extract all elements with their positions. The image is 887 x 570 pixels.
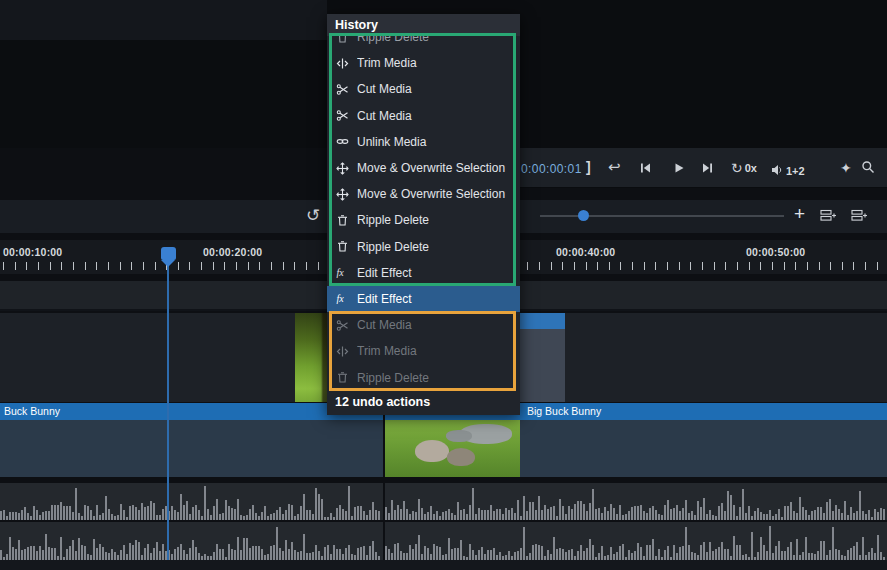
history-item-edit-effect[interactable]: fxEdit Effect [327,260,520,286]
cut-icon [335,83,350,96]
move-icon [335,162,350,175]
skip-forward-icon[interactable] [701,162,714,176]
speaker-icon [771,162,784,180]
history-item-cut-media[interactable]: Cut Media [327,76,520,102]
speed-label: 0x [745,162,757,174]
slider-handle[interactable] [578,210,589,221]
history-item-label: Move & Overwrite Selection [357,161,520,175]
audio-monitor-control[interactable]: 1+2 [771,162,805,180]
history-item-ripple-delete[interactable]: Ripple Delete [327,234,520,260]
sparkle-icon[interactable]: ✦ [840,161,852,175]
audio-clip[interactable] [385,483,887,520]
history-item-move-overwrite-selection[interactable]: Move & Overwrite Selection [327,181,520,207]
rock-shape [446,430,472,442]
cut-icon [335,109,350,122]
loop-icon[interactable]: ↩ [608,159,621,174]
playback-speed-control[interactable]: ↻ 0x [731,160,757,176]
zoom-icon[interactable] [861,160,875,176]
history-item-label: Move & Overwrite Selection [357,187,520,201]
clip-name-bar: Buck Bunny [0,403,383,420]
svg-text:fx: fx [336,293,344,304]
bottom-strip [0,560,887,570]
trash-icon [335,36,350,44]
history-item-label: Ripple Delete [357,371,520,385]
timecode-label: 00:00:20:00 [203,246,262,258]
timecode-label: 00:00:40:00 [556,246,615,258]
transport-left-spacer [0,0,327,40]
history-item-cut-media[interactable]: Cut Media [327,312,520,338]
undo-history-icon[interactable]: ↺ [306,207,320,224]
play-icon[interactable] [673,162,685,176]
slider-track [540,215,784,217]
audio-clip[interactable] [0,483,383,520]
clip-name: Big Buck Bunny [527,403,601,420]
history-item-label: Unlink Media [357,135,520,149]
history-item-move-overwrite-selection[interactable]: Move & Overwrite Selection [327,155,520,181]
timeline-zoom-slider[interactable] [540,205,784,227]
video-editor-app: 0:00:00:01 ] ↩ ↻ 0x 1+2 ✦ ↺ + 00:00:10:0… [0,0,887,570]
trash-icon [335,240,350,253]
timecode-label: 00:00:50:00 [746,246,805,258]
trim-icon [335,345,350,358]
history-item-label: Trim Media [357,56,520,70]
skip-back-icon[interactable] [639,162,652,176]
trim-icon [335,57,350,70]
undo-count-label: 12 undo actions [327,391,520,415]
history-item-unlink-media[interactable]: Unlink Media [327,129,520,155]
svg-text:fx: fx [336,267,344,278]
waveform [385,522,887,560]
history-item-trim-media[interactable]: Trim Media [327,50,520,76]
selected-clip[interactable] [520,313,565,402]
history-item-label: Ripple Delete [357,240,520,254]
history-list: Ripple DeleteTrim MediaCut MediaCut Medi… [327,36,520,391]
move-icon [335,188,350,201]
clip-thumbnail-bunnies [385,420,520,477]
audio-track-2 [0,522,887,560]
audio-channels-label: 1+2 [786,165,805,177]
add-button[interactable]: + [794,204,805,223]
history-item-label: Cut Media [357,109,520,123]
timecode-display[interactable]: 0:00:00:01 [521,162,582,176]
clip-name: Buck Bunny [0,405,60,417]
unlink-icon [335,135,350,148]
history-item-label: Cut Media [357,82,520,96]
bunny-shape [415,440,449,462]
mark-out-button[interactable]: ] [586,160,591,174]
clip-body [385,420,887,477]
playhead-marker[interactable] [161,247,176,260]
history-item-ripple-delete[interactable]: Ripple Delete [327,207,520,233]
add-audio-track-icon[interactable] [851,208,868,225]
history-item-ripple-delete[interactable]: Ripple Delete [327,36,520,50]
history-item-trim-media[interactable]: Trim Media [327,338,520,364]
trash-icon [335,371,350,384]
timecode-label: 00:00:10:00 [3,246,62,258]
trash-icon [335,214,350,227]
history-item-cut-media[interactable]: Cut Media [327,103,520,129]
clip-body [0,420,383,477]
history-item-ripple-delete[interactable]: Ripple Delete [327,364,520,390]
add-video-track-icon[interactable] [820,208,837,225]
audio-clip[interactable] [385,522,887,560]
audio-track-1 [0,483,887,520]
history-item-label: Edit Effect [357,266,520,280]
fx-icon: fx [335,266,350,279]
audio-clip[interactable] [0,522,383,560]
history-item-label: Trim Media [357,344,520,358]
refresh-icon: ↻ [731,160,743,176]
history-panel-title: History [327,14,520,36]
cut-icon [335,319,350,332]
bunny-shape [447,448,475,466]
clip-header [520,313,565,329]
waveform [385,483,887,520]
fx-icon: fx [335,292,350,305]
playhead-line [167,265,169,560]
history-item-label: Cut Media [357,318,520,332]
clip-buck-bunny[interactable]: Buck Bunny [0,403,383,477]
waveform [0,483,383,520]
history-item-edit-effect[interactable]: fxEdit Effect [327,286,520,312]
history-item-label: Ripple Delete [357,36,520,44]
history-item-label: Ripple Delete [357,213,520,227]
history-item-label: Edit Effect [357,292,520,306]
history-panel: History Ripple DeleteTrim MediaCut Media… [327,14,520,415]
waveform [0,522,383,560]
